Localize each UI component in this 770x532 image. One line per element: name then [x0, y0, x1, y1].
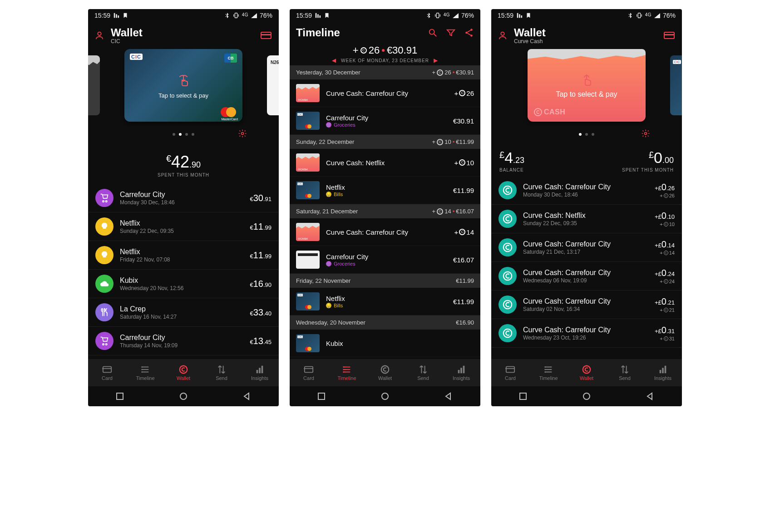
- timeline-row[interactable]: CICCarrefour City🛒Groceries€30.91: [290, 107, 480, 135]
- recent-apps-button[interactable]: [317, 392, 326, 401]
- transaction-row[interactable]: Curve Cash: Carrefour CityWednesday 23 O…: [491, 319, 682, 348]
- card-thumbnail: ⊙CASH: [296, 223, 320, 241]
- status-bar: 15:59 4G 76%: [491, 9, 682, 22]
- spent-whole: 0: [654, 149, 662, 166]
- card-peek-next[interactable]: N26: [267, 55, 279, 115]
- carousel-dots: [579, 133, 594, 136]
- nav-timeline[interactable]: Timeline: [126, 359, 164, 386]
- nav-wallet[interactable]: Wallet: [568, 359, 606, 386]
- back-button[interactable]: [444, 392, 453, 401]
- search-button[interactable]: [428, 28, 438, 38]
- transaction-row[interactable]: Curve Cash: Carrefour CityMonday 30 Dec,…: [491, 176, 682, 205]
- transaction-row[interactable]: La CrepSaturday 16 Nov, 14:27€33.40: [88, 298, 279, 327]
- transaction-row[interactable]: Curve Cash: Carrefour CitySaturday 21 De…: [491, 233, 682, 262]
- profile-button[interactable]: [94, 30, 104, 40]
- card-peek-next[interactable]: CIC: [670, 55, 682, 115]
- timeline-row[interactable]: CICNetflix💡Bills€11.99: [290, 288, 480, 315]
- transaction-amount: +£0.31: [655, 325, 675, 335]
- svg-rect-22: [117, 393, 123, 399]
- card-carousel[interactable]: Tap to select & pay CCASH CIC: [491, 49, 682, 126]
- timeline-row[interactable]: ⊙CASHCurve Cash: Netflix+ C10: [290, 149, 480, 177]
- nav-insights[interactable]: Insights: [241, 359, 279, 386]
- transaction-row[interactable]: Curve Cash: NetflixSunday 22 Dec, 09:35+…: [491, 205, 682, 233]
- curve-points-icon: C: [437, 69, 443, 76]
- transaction-date: Saturday 02 Nov, 16:34: [523, 306, 648, 312]
- card-carousel[interactable]: CIC CB Tap to select & pay MasterCard N2…: [88, 49, 279, 126]
- network-type: 4G: [444, 12, 450, 17]
- svg-rect-37: [305, 367, 313, 373]
- timeline-row[interactable]: CICKubix: [290, 330, 480, 357]
- svg-rect-67: [506, 367, 514, 373]
- nav-timeline[interactable]: Timeline: [328, 359, 366, 386]
- bluetooth-icon: [627, 12, 633, 19]
- nav-send[interactable]: Send: [606, 359, 644, 386]
- svg-rect-78: [665, 366, 666, 374]
- notif-icon-2: [324, 12, 330, 19]
- android-nav-bar: [290, 386, 480, 406]
- carousel-dot[interactable]: [592, 133, 594, 136]
- carousel-dot[interactable]: [185, 133, 188, 136]
- merchant-name: Carrefour City: [326, 114, 447, 122]
- transaction-row[interactable]: Curve Cash: Carrefour CityWednesday 06 N…: [491, 262, 682, 291]
- transaction-list[interactable]: Curve Cash: Carrefour CityMonday 30 Dec,…: [491, 176, 682, 359]
- timeline-row[interactable]: CICNetflix💡Bills€11.99: [290, 177, 480, 204]
- balance-whole: 4: [504, 149, 513, 166]
- transaction-amount: €33.40: [250, 307, 271, 318]
- svg-point-15: [141, 366, 143, 368]
- share-button[interactable]: [464, 28, 474, 38]
- timeline-row[interactable]: ⊙CASHCurve Cash: Carrefour City+ C14: [290, 218, 480, 246]
- carousel-dots: [173, 133, 194, 136]
- home-button[interactable]: [380, 392, 390, 401]
- transaction-row[interactable]: Carrefour CityMonday 30 Dec, 18:46€30.91: [88, 184, 279, 212]
- transaction-list[interactable]: Carrefour CityMonday 30 Dec, 18:46€30.91…: [88, 184, 279, 359]
- timeline-row[interactable]: ⊙CASHCurve Cash: Carrefour City+ C26: [290, 79, 480, 107]
- card-settings-button[interactable]: [238, 129, 247, 140]
- nav-timeline[interactable]: Timeline: [529, 359, 568, 386]
- nav-card[interactable]: Card: [290, 359, 328, 386]
- recent-apps-button[interactable]: [115, 392, 124, 401]
- card-cic[interactable]: CIC CB Tap to select & pay MasterCard: [124, 49, 242, 122]
- signal-icon: [453, 13, 459, 18]
- nav-insights[interactable]: Insights: [644, 359, 682, 386]
- carousel-dot[interactable]: [173, 133, 175, 136]
- card-curve-cash[interactable]: Tap to select & pay CCASH: [528, 49, 646, 122]
- profile-button[interactable]: [498, 30, 508, 40]
- home-button[interactable]: [582, 392, 591, 401]
- day-summary: + C14 • €16.07: [432, 208, 474, 215]
- timeline-list[interactable]: Yesterday, 30 December+ C26 • €30.91⊙CAS…: [290, 65, 480, 359]
- card-settings-button[interactable]: [641, 129, 650, 140]
- transaction-row[interactable]: Carrefour CityThursday 14 Nov, 19:09€13.…: [88, 327, 279, 355]
- nav-insights[interactable]: Insights: [442, 359, 480, 386]
- nav-send[interactable]: Send: [202, 359, 241, 386]
- transaction-row[interactable]: NetflixSunday 22 Dec, 09:35€11.99: [88, 212, 279, 241]
- carousel-dot[interactable]: [179, 133, 182, 136]
- recent-apps-button[interactable]: [518, 392, 528, 401]
- back-button[interactable]: [242, 392, 252, 401]
- back-button[interactable]: [646, 392, 655, 401]
- svg-point-63: [503, 243, 512, 251]
- carousel-dot[interactable]: [585, 133, 588, 136]
- nav-wallet[interactable]: Wallet: [164, 359, 202, 386]
- nav-card[interactable]: Card: [491, 359, 529, 386]
- transaction-row[interactable]: Curve Cash: Carrefour CitySaturday 02 No…: [491, 291, 682, 319]
- transaction-amount: €30.91: [250, 193, 271, 203]
- card-peek-prev[interactable]: [88, 55, 100, 115]
- carousel-dot[interactable]: [192, 133, 194, 136]
- nav-label: Timeline: [136, 375, 154, 381]
- nav-wallet[interactable]: Wallet: [366, 359, 404, 386]
- prev-week-button[interactable]: ◀: [332, 57, 336, 64]
- filter-button[interactable]: [446, 28, 456, 38]
- spent-frac: .90: [189, 160, 201, 169]
- timeline-row[interactable]: Carrefour City🛒Groceries€16.07: [290, 246, 480, 274]
- transaction-row[interactable]: NetflixFriday 22 Nov, 07:08€11.99: [88, 241, 279, 270]
- nav-send[interactable]: Send: [404, 359, 442, 386]
- transaction-row[interactable]: KubixWednesday 20 Nov, 12:56€16.90: [88, 270, 279, 298]
- nav-card[interactable]: Card: [88, 359, 126, 386]
- nav-label: Timeline: [539, 375, 558, 381]
- carousel-dot[interactable]: [579, 133, 582, 136]
- cards-button[interactable]: [261, 31, 272, 40]
- cards-button[interactable]: [664, 31, 676, 40]
- next-week-button[interactable]: ▶: [434, 57, 438, 64]
- svg-point-44: [343, 371, 344, 373]
- home-button[interactable]: [179, 392, 188, 401]
